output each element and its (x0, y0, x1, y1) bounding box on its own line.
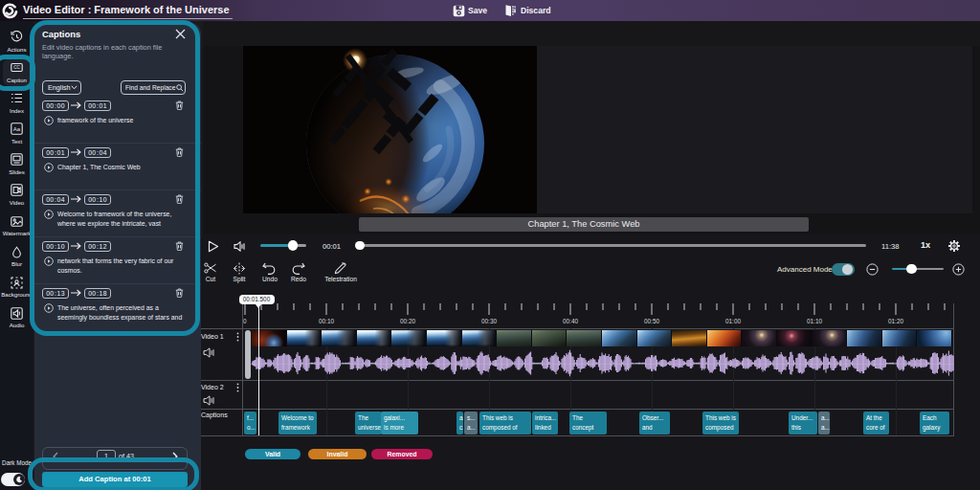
svg-text:Aa: Aa (13, 126, 21, 132)
svg-text:CC: CC (13, 65, 20, 70)
